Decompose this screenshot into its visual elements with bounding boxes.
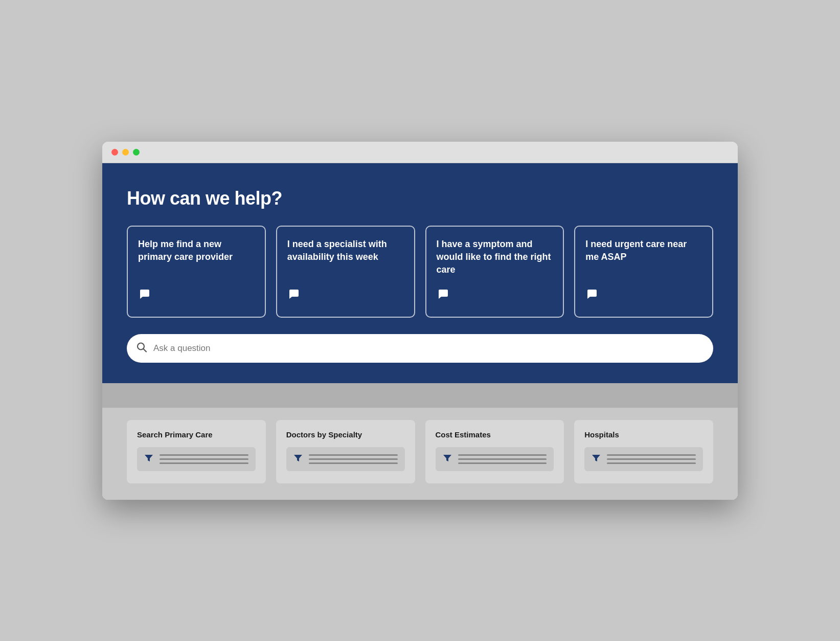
filter-line (160, 454, 248, 456)
filter-line (309, 454, 398, 456)
chat-icon-urgent (585, 288, 702, 305)
help-card-symptom[interactable]: I have a symptom and would like to find … (425, 226, 564, 318)
maximize-button[interactable] (133, 149, 140, 156)
bottom-card-primary-care[interactable]: Search Primary Care (127, 420, 266, 483)
filter-line (607, 458, 696, 460)
gray-banner (102, 383, 738, 408)
search-container (127, 334, 713, 363)
bottom-card-title-specialty: Doctors by Specialty (286, 430, 405, 439)
filter-mockup-hospitals (584, 447, 703, 471)
help-card-primary-care[interactable]: Help me find a new primary care provider (127, 226, 266, 318)
filter-lines (309, 454, 398, 464)
bottom-card-specialty[interactable]: Doctors by Specialty (276, 420, 415, 483)
filter-line (309, 458, 398, 460)
filter-line (458, 458, 547, 460)
chat-icon-primary-care (138, 288, 255, 305)
card-text-urgent: I need urgent care near me ASAP (585, 238, 702, 263)
filter-mockup-primary-care (137, 447, 256, 471)
help-cards-grid: Help me find a new primary care provider… (127, 226, 713, 318)
filter-lines (607, 454, 696, 464)
minimize-button[interactable] (122, 149, 129, 156)
filter-icon-cost (443, 453, 452, 465)
page-title: How can we help? (127, 188, 713, 209)
filter-lines (458, 454, 547, 464)
browser-window: How can we help? Help me find a new prim… (102, 142, 738, 500)
bottom-cards-grid: Search Primary Care (127, 420, 713, 483)
card-text-symptom: I have a symptom and would like to find … (437, 238, 553, 277)
filter-line (607, 462, 696, 464)
filter-line (160, 458, 248, 460)
bottom-card-cost[interactable]: Cost Estimates (425, 420, 564, 483)
close-button[interactable] (111, 149, 118, 156)
chat-icon-specialist (287, 288, 404, 305)
bottom-card-title-cost: Cost Estimates (436, 430, 554, 439)
filter-icon-specialty (293, 453, 303, 465)
filter-lines (160, 454, 248, 464)
bottom-cards-area: Search Primary Care (102, 408, 738, 500)
bottom-section: Search Primary Care (102, 383, 738, 500)
search-input[interactable] (127, 334, 713, 363)
card-text-specialist: I need a specialist with availability th… (287, 238, 404, 263)
browser-chrome (102, 142, 738, 163)
help-card-specialist[interactable]: I need a specialist with availability th… (276, 226, 415, 318)
bottom-card-title-primary-care: Search Primary Care (137, 430, 256, 439)
filter-line (160, 462, 248, 464)
filter-icon-primary-care (144, 453, 153, 465)
help-card-urgent[interactable]: I need urgent care near me ASAP (574, 226, 713, 318)
filter-line (607, 454, 696, 456)
bottom-card-hospitals[interactable]: Hospitals (574, 420, 713, 483)
filter-mockup-cost (436, 447, 554, 471)
filter-line (309, 462, 398, 464)
page-content: How can we help? Help me find a new prim… (102, 163, 738, 500)
bottom-card-title-hospitals: Hospitals (584, 430, 703, 439)
card-text-primary-care: Help me find a new primary care provider (138, 238, 255, 263)
filter-icon-hospitals (592, 453, 601, 465)
filter-line (458, 454, 547, 456)
hero-section: How can we help? Help me find a new prim… (102, 163, 738, 383)
chat-icon-symptom (437, 288, 553, 305)
filter-mockup-specialty (286, 447, 405, 471)
filter-line (458, 462, 547, 464)
